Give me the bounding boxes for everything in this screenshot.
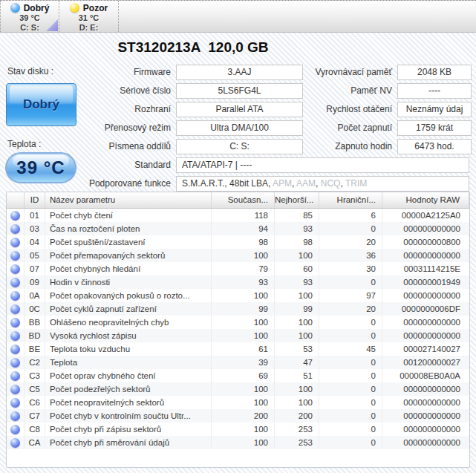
attribute-threshold: 97 — [319, 289, 382, 302]
attribute-name: Hodin v činnosti — [45, 275, 212, 289]
attribute-status-icon — [10, 371, 20, 381]
function-name: APM — [273, 178, 292, 189]
attribute-current: 98 — [212, 235, 275, 249]
table-header-row: ID Název parametru Současn... Nejhorší..… — [7, 192, 469, 209]
attribute-name: Čas na roztočení ploten — [45, 222, 212, 235]
attribute-name: Počet podezřelých sektorů — [45, 382, 212, 396]
attribute-current: 79 — [212, 262, 275, 275]
attribute-status-cell — [7, 396, 25, 409]
attribute-worst: 100 — [275, 396, 319, 409]
attribute-threshold: 0 — [319, 316, 382, 329]
attribute-name: Počet neopravitelných sektorů — [45, 396, 212, 409]
attribute-current: 100 — [212, 423, 275, 436]
attribute-current: 118 — [212, 209, 275, 222]
header-status-column[interactable] — [7, 192, 25, 208]
function-name: , — [316, 178, 321, 189]
attribute-current: 39 — [212, 356, 275, 369]
attribute-status-icon — [10, 398, 20, 408]
function-name: NCQ — [321, 178, 341, 189]
table-row[interactable]: 01Počet chyb čtení11885600000A2125A0 — [7, 209, 469, 222]
attribute-status-icon — [10, 211, 20, 221]
header-id[interactable]: ID — [25, 192, 45, 208]
attribute-name: Počet chyb v kontrolním součtu Ultr... — [45, 409, 212, 423]
tab-temperature: 31 °C — [59, 13, 118, 23]
attribute-id: C5 — [25, 382, 45, 396]
attribute-worst: 100 — [275, 289, 319, 302]
table-row[interactable]: C6Počet neopravitelných sektorů100100000… — [7, 396, 469, 409]
table-row[interactable]: C8Počet chyb při zápisu sektorů100253000… — [7, 423, 469, 436]
tab-status-line: Pozor — [59, 2, 118, 13]
attribute-threshold: 0 — [319, 423, 382, 436]
table-row[interactable]: BDVysoká rychlost zápisu1001000000000000… — [7, 329, 469, 342]
attribute-id: 0A — [25, 289, 45, 302]
tab-temperature: 39 °C — [1, 13, 59, 23]
attribute-raw: 000000000000 — [382, 316, 469, 329]
field-value: C: S: — [176, 139, 303, 154]
attribute-name: Počet opakovaných pokusů o rozto... — [45, 289, 212, 302]
tab-status-line: Dobrý — [1, 2, 59, 13]
attribute-current: 93 — [212, 275, 275, 289]
attribute-threshold: 0 — [319, 436, 382, 449]
attribute-id: C3 — [25, 369, 45, 382]
table-row[interactable]: 05Počet přemapovaných sektorů10010036000… — [7, 249, 469, 262]
table-row[interactable]: BETeplota toku vzduchu615345000027140027 — [7, 342, 469, 356]
attribute-id: 03 — [25, 222, 45, 235]
attribute-threshold: 20 — [319, 235, 382, 249]
attribute-status-cell — [7, 382, 25, 396]
attribute-status-cell — [7, 249, 25, 262]
attribute-id: CA — [25, 436, 45, 449]
header-threshold[interactable]: Hraniční... — [319, 192, 382, 208]
attribute-id: 01 — [25, 209, 45, 222]
table-body: 01Počet chyb čtení11885600000A2125A003Ča… — [7, 209, 469, 449]
attribute-raw: 000000000000 — [382, 222, 469, 235]
table-row[interactable]: C7Počet chyb v kontrolním součtu Ultr...… — [7, 409, 469, 423]
attribute-id: 0C — [25, 302, 45, 316]
table-row[interactable]: 04Počet spuštění/zastavení98982000000000… — [7, 235, 469, 249]
attribute-id: BD — [25, 329, 45, 342]
tab-partition-letters: D: E: — [59, 23, 118, 33]
header-name[interactable]: Název parametru — [45, 192, 212, 208]
attribute-threshold: 0 — [319, 329, 382, 342]
table-row[interactable]: 0APočet opakovaných pokusů o rozto...100… — [7, 289, 469, 302]
attribute-name: Počet oprav chybného čtení — [45, 369, 212, 382]
attribute-status-icon — [10, 238, 20, 247]
info-values-right: 2048 KB----Neznámy údaj1759 krát6473 hod… — [397, 65, 472, 157]
attribute-status-cell — [7, 423, 25, 436]
table-row[interactable]: 0CPočet cyklů zapnutí zařízení9999200000… — [7, 302, 469, 316]
header-worst[interactable]: Nejhorší... — [275, 192, 319, 208]
attribute-status-cell — [7, 302, 25, 316]
attribute-threshold: 0 — [319, 275, 382, 289]
attribute-name: Počet chyb při zápisu sektorů — [45, 423, 212, 436]
attribute-raw: 000000000000 — [382, 289, 469, 302]
table-row[interactable]: 07Počet chybných hledání7960300003111421… — [7, 262, 469, 275]
table-row[interactable]: C2Teplota39470001200000027 — [7, 356, 469, 369]
table-row[interactable]: C5Počet podezřelých sektorů1001000000000… — [7, 382, 469, 396]
table-row[interactable]: BBOhlášeno neopravitelných chyb100100000… — [7, 316, 469, 329]
attribute-worst: 200 — [275, 409, 319, 423]
header-current[interactable]: Současn... — [212, 192, 275, 208]
drive-tab-cs[interactable]: Dobrý 39 °C C: S: — [0, 1, 59, 32]
attribute-name: Počet chyb čtení — [45, 209, 212, 222]
attribute-worst: 253 — [275, 436, 319, 449]
table-row[interactable]: CAPočet chyb při směrování údajů10025300… — [7, 436, 469, 449]
health-caution-icon — [70, 3, 79, 13]
attribute-status-cell — [7, 409, 25, 423]
health-good-icon — [10, 3, 20, 13]
attribute-worst: 93 — [275, 222, 319, 235]
field-label: Přenosový režim — [22, 120, 171, 139]
header-raw[interactable]: Hodnoty RAW — [382, 192, 469, 208]
attribute-name: Počet chyb při směrování údajů — [45, 436, 212, 449]
attribute-name: Vysoká rychlost zápisu — [45, 329, 212, 342]
table-row[interactable]: 03Čas na roztočení ploten949300000000000… — [7, 222, 469, 235]
drive-tab-de[interactable]: Pozor 31 °C D: E: — [59, 1, 119, 32]
attribute-worst: 100 — [275, 329, 319, 342]
attribute-id: C2 — [25, 356, 45, 369]
attribute-raw: 000000000000 — [382, 409, 469, 423]
field-value: 2048 KB — [397, 65, 472, 80]
table-row[interactable]: 09Hodin v činnosti93930000000001949 — [7, 275, 469, 289]
attribute-status-icon — [10, 304, 20, 314]
table-row[interactable]: C3Počet oprav chybného čtení69510000008E… — [7, 369, 469, 382]
attribute-status-cell — [7, 209, 25, 222]
attribute-current: 100 — [212, 289, 275, 302]
attribute-status-icon — [10, 425, 20, 434]
